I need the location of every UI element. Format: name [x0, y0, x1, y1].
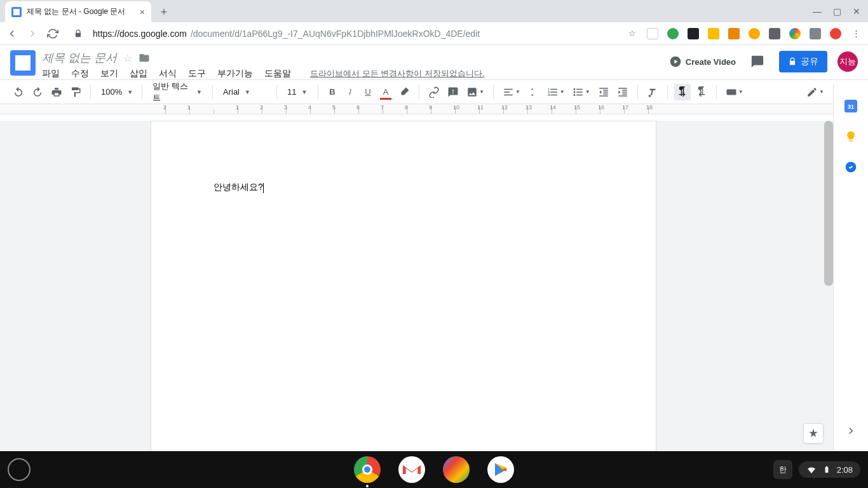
- zoom-select[interactable]: 100%▼: [97, 84, 135, 100]
- insert-image-icon[interactable]: ▼: [464, 84, 487, 100]
- close-tab-icon[interactable]: ×: [140, 7, 145, 17]
- underline-icon[interactable]: U: [360, 84, 376, 100]
- align-icon[interactable]: ▼: [500, 84, 523, 100]
- doc-title[interactable]: 제목 없는 문서: [42, 50, 117, 65]
- rtl-icon[interactable]: [693, 84, 710, 100]
- expand-side-panel-icon[interactable]: [843, 423, 858, 438]
- extension-icon[interactable]: [769, 28, 780, 39]
- calendar-icon[interactable]: 31: [844, 100, 857, 112]
- text-cursor: [263, 183, 264, 193]
- create-video-button[interactable]: Create Video: [669, 55, 736, 68]
- clear-formatting-icon[interactable]: [644, 84, 661, 100]
- maximize-icon[interactable]: ▢: [833, 6, 841, 17]
- play-store-icon[interactable]: [487, 456, 514, 483]
- extension-icon[interactable]: [749, 28, 760, 39]
- files-app-icon[interactable]: [443, 456, 470, 483]
- extension-icon[interactable]: [708, 28, 719, 39]
- share-button[interactable]: 공유: [779, 51, 827, 72]
- paint-format-icon[interactable]: [67, 84, 84, 100]
- window-controls: — ▢ ✕: [805, 6, 868, 17]
- wifi-icon: [806, 464, 817, 475]
- menu-addons[interactable]: 부가기능: [217, 68, 253, 79]
- reload-icon[interactable]: [47, 28, 58, 39]
- lock-icon: [72, 28, 84, 39]
- vertical-scrollbar[interactable]: [824, 121, 833, 286]
- docs-logo-icon[interactable]: [10, 50, 36, 76]
- input-tools-icon[interactable]: ▼: [723, 84, 746, 100]
- font-size-select[interactable]: 11▼: [283, 84, 311, 100]
- increase-indent-icon[interactable]: [614, 84, 631, 100]
- document-page[interactable]: 안녕하세요?: [151, 121, 656, 451]
- formatting-toolbar: 100%▼ 일반 텍스트▼ Arial▼ 11▼ B I U A ▼ ▼ ▼ ▼…: [0, 80, 868, 104]
- ltr-icon[interactable]: [674, 84, 691, 100]
- svg-point-3: [573, 94, 575, 96]
- paragraph-style-select[interactable]: 일반 텍스트▼: [149, 84, 206, 100]
- highlight-icon[interactable]: [396, 84, 412, 100]
- ruler[interactable]: 21123456789101112131415161718: [0, 104, 868, 114]
- url-host: https://docs.google.com: [93, 29, 187, 39]
- ime-indicator[interactable]: 한: [773, 460, 792, 479]
- video-icon: [669, 55, 682, 68]
- menu-file[interactable]: 파일: [42, 68, 60, 79]
- menu-help[interactable]: 도움말: [264, 68, 291, 79]
- docs-header: 제목 없는 문서 ☆ 파일 수정 보기 삽입 서식 도구 부가기능 도움말 드라…: [0, 45, 868, 80]
- extension-icon[interactable]: [789, 28, 801, 39]
- address-bar[interactable]: https://docs.google.com/document/d/1aP66…: [93, 29, 480, 39]
- font-select[interactable]: Arial▼: [219, 84, 270, 100]
- move-folder-icon[interactable]: [139, 52, 150, 64]
- extension-icon[interactable]: [647, 28, 658, 39]
- tab-title: 제목 없는 문서 - Google 문서: [27, 6, 125, 17]
- forward-icon[interactable]: [27, 28, 38, 39]
- document-body-text[interactable]: 안녕하세요?: [214, 182, 263, 192]
- extension-icon[interactable]: [667, 28, 679, 39]
- insert-link-icon[interactable]: [426, 84, 442, 100]
- clock: 2:08: [837, 465, 853, 475]
- extension-icon[interactable]: [688, 28, 699, 39]
- print-icon[interactable]: [48, 84, 65, 100]
- browser-tabstrip: 제목 없는 문서 - Google 문서 × + — ▢ ✕: [0, 0, 868, 22]
- kebab-menu-icon[interactable]: ⋮: [850, 28, 862, 39]
- close-window-icon[interactable]: ✕: [853, 6, 860, 17]
- avatar-initials: 지능: [839, 56, 856, 67]
- extension-icon[interactable]: [810, 28, 821, 39]
- menu-view[interactable]: 보기: [100, 68, 118, 79]
- comments-button[interactable]: [746, 50, 769, 73]
- menu-edit[interactable]: 수정: [71, 68, 89, 79]
- back-icon[interactable]: [6, 28, 18, 39]
- browser-tab[interactable]: 제목 없는 문서 - Google 문서 ×: [5, 1, 151, 22]
- insert-comment-icon[interactable]: [445, 84, 461, 100]
- share-label: 공유: [801, 56, 818, 67]
- star-bookmark-icon[interactable]: ☆: [627, 28, 638, 39]
- tasks-icon[interactable]: [844, 161, 857, 173]
- undo-icon[interactable]: [10, 84, 27, 100]
- battery-icon: [823, 464, 831, 475]
- text-color-icon[interactable]: A: [378, 84, 393, 100]
- minimize-icon[interactable]: —: [813, 6, 822, 17]
- editing-mode-icon[interactable]: ▼: [804, 84, 827, 100]
- italic-icon[interactable]: I: [342, 84, 358, 100]
- side-panel: 31: [833, 85, 868, 451]
- redo-icon[interactable]: [29, 84, 46, 100]
- star-icon[interactable]: ☆: [123, 52, 132, 64]
- bold-icon[interactable]: B: [325, 84, 340, 100]
- extension-icon[interactable]: [830, 28, 841, 39]
- launcher-icon[interactable]: [8, 458, 31, 481]
- save-status[interactable]: 드라이브에서 모든 변경사항이 저장되었습니다.: [310, 68, 484, 79]
- menu-insert[interactable]: 삽입: [130, 68, 147, 79]
- gmail-app-icon[interactable]: [398, 456, 425, 483]
- system-tray[interactable]: 2:08: [799, 461, 860, 478]
- explore-button[interactable]: [803, 423, 824, 444]
- extension-icon[interactable]: [728, 28, 740, 39]
- menu-format[interactable]: 서식: [159, 68, 177, 79]
- create-video-label: Create Video: [686, 57, 736, 67]
- bulleted-list-icon[interactable]: ▼: [570, 84, 593, 100]
- line-spacing-icon[interactable]: [526, 84, 542, 100]
- svg-text:31: 31: [848, 104, 854, 110]
- new-tab-button[interactable]: +: [155, 3, 173, 21]
- decrease-indent-icon[interactable]: [595, 84, 612, 100]
- account-avatar[interactable]: 지능: [837, 51, 858, 72]
- numbered-list-icon[interactable]: ▼: [545, 84, 567, 100]
- menu-tools[interactable]: 도구: [188, 68, 206, 79]
- chrome-app-icon[interactable]: [354, 456, 381, 483]
- keep-icon[interactable]: [844, 130, 857, 143]
